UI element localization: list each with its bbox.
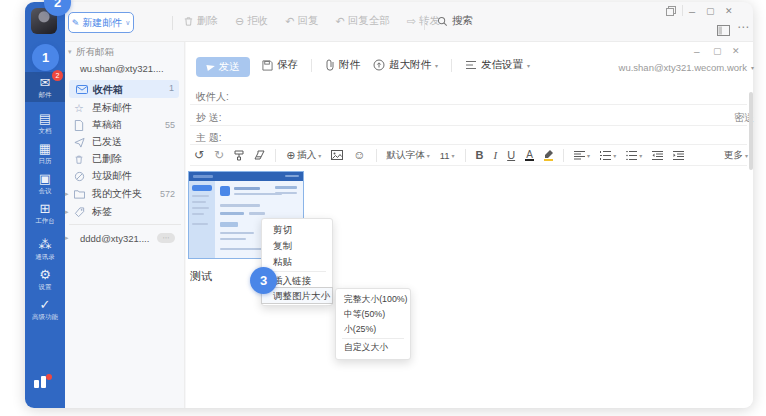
bullet-list-button[interactable]: ▾ — [626, 151, 642, 160]
italic-button[interactable]: I — [493, 149, 497, 161]
action-label: 删除 — [197, 14, 218, 28]
send-label: 发送 — [219, 60, 240, 74]
sidebar-item-my-folders[interactable]: ▸ 我的文件夹 572 — [69, 186, 179, 202]
new-mail-button[interactable]: ✎ 新建邮件 ∨ — [68, 12, 134, 33]
large-attachment-button[interactable]: 超大附件 ▾ — [373, 58, 438, 72]
rail-item-features[interactable]: ✓ 高级功能 — [25, 298, 65, 321]
sidebar-account[interactable]: wu.shan@xty321.... — [80, 63, 164, 74]
submenu-item-medium[interactable]: 中等(50%) — [336, 307, 410, 322]
menu-item-cut[interactable]: 剪切 — [262, 222, 332, 238]
all-mailboxes-title[interactable]: 所有邮箱 — [76, 46, 114, 59]
paperclip-icon — [325, 59, 335, 71]
highlight-color-button[interactable] — [544, 150, 553, 161]
compose-maximize-button[interactable]: ▢ — [713, 46, 722, 56]
rail-item-docs[interactable]: ▤ 文档 — [25, 112, 65, 135]
inbox-label: 收件箱 — [93, 83, 123, 97]
sidebar-item-spam[interactable]: 垃圾邮件 — [69, 168, 179, 184]
font-color-button[interactable]: A — [525, 150, 534, 161]
format-separator — [376, 149, 377, 162]
action-label: 拒收 — [247, 14, 268, 28]
rail-item-workbench[interactable]: ⊞ 工作台 — [25, 202, 65, 225]
sidebar-item-secondary-account[interactable]: ▸ dddd@xty321.... ⋯ — [69, 230, 179, 246]
to-input[interactable] — [240, 86, 680, 102]
search-label: 搜索 — [452, 14, 473, 28]
send-button[interactable]: 发送 — [196, 57, 250, 77]
sent-icon — [74, 137, 86, 148]
collapse-caret-icon[interactable]: ▾ — [68, 48, 72, 56]
bold-button[interactable]: B — [476, 149, 484, 161]
redo-button[interactable]: ↻ — [214, 148, 224, 162]
indent-button[interactable] — [673, 151, 684, 160]
compose-close-button[interactable]: ✕ — [732, 46, 740, 56]
save-button[interactable]: 保存 — [262, 58, 298, 72]
clear-format-button[interactable] — [254, 150, 265, 160]
sidebar-item-tags[interactable]: ▸ 标签 — [69, 204, 179, 220]
compose-minimize-button[interactable]: – — [694, 46, 700, 57]
font-family-select[interactable]: 默认字体 ▾ — [387, 149, 430, 162]
align-button[interactable]: ▾ — [574, 151, 590, 160]
compose-body-text[interactable]: 测试 — [190, 269, 212, 284]
sidebar-item-sent[interactable]: 已发送 — [69, 134, 179, 150]
insert-plus-icon: ⊕ — [286, 149, 295, 162]
rail-item-contacts[interactable]: ⁂ 通讯录 — [25, 238, 65, 261]
subject-label: 主 题: — [196, 131, 222, 145]
insert-menu-button[interactable]: ⊕ 插入 ▾ — [286, 149, 321, 162]
send-settings-button[interactable]: 发信设置 ▾ — [465, 58, 530, 72]
rail-item-meeting[interactable]: ▣ 会议 — [25, 172, 65, 195]
from-account: wu.shan@xty321.wecom.work — [619, 62, 747, 73]
workbench-icon: ⊞ — [25, 202, 65, 216]
float-window-icon[interactable] — [666, 6, 676, 16]
annotation-step-3: 3 — [250, 267, 277, 294]
highlight-color-bar — [544, 159, 553, 161]
sidebar-item-deleted[interactable]: 已删除 — [69, 151, 179, 167]
underline-button[interactable]: U — [507, 149, 515, 161]
submenu-item-custom-size[interactable]: 自定义大小 — [336, 340, 410, 355]
rail-item-label: 高级功能 — [25, 313, 65, 321]
sidebar-item-inbox[interactable]: 收件箱 1 — [69, 80, 179, 98]
emoji-button[interactable]: ☺ — [353, 148, 365, 162]
expand-icon[interactable]: ▸ — [65, 190, 69, 198]
from-account-selector[interactable]: wu.shan@xty321.wecom.work ▾ — [619, 62, 754, 73]
submenu-item-small[interactable]: 小(25%) — [336, 322, 410, 337]
chevron-down-icon: ▾ — [427, 152, 430, 159]
more-menu-button[interactable]: ⋯ — [737, 22, 749, 32]
undo-button[interactable]: ↺ — [194, 148, 204, 162]
format-painter-button[interactable] — [234, 150, 244, 161]
rail-item-label: 通讯录 — [25, 253, 65, 261]
cc-input[interactable] — [240, 107, 680, 123]
compose-toolbar-separator — [451, 59, 452, 72]
rail-item-settings[interactable]: ⚙ 设置 — [25, 268, 65, 291]
reject-button[interactable]: ⊖ 拒收 — [235, 14, 268, 28]
menu-item-copy[interactable]: 复制 — [262, 238, 332, 254]
chevron-down-icon: ▾ — [613, 152, 616, 159]
folder-icon — [74, 189, 86, 199]
expand-icon[interactable]: ▸ — [65, 234, 69, 242]
font-size-select[interactable]: 11 ▾ — [440, 150, 455, 161]
compose-scrollbar[interactable] — [749, 92, 753, 170]
layout-toggle-icon[interactable] — [717, 25, 730, 36]
outdent-button[interactable] — [652, 151, 663, 160]
insert-image-button[interactable] — [331, 150, 343, 160]
toolbar-separator — [172, 16, 173, 30]
search-button[interactable]: 搜索 — [437, 14, 473, 28]
close-button[interactable]: ✕ — [725, 6, 733, 16]
rail-item-calendar[interactable]: ▦ 日历 — [25, 142, 65, 165]
reply-button[interactable]: ↶ 回复 — [285, 14, 318, 28]
minimize-button[interactable]: – — [689, 6, 695, 16]
more-format-button[interactable]: 更多 ▾ — [724, 149, 748, 162]
reply-all-button[interactable]: ↶ 回复全部 — [335, 14, 389, 28]
promo-icon[interactable] — [34, 374, 52, 388]
ordered-list-button[interactable]: ▾ — [600, 151, 616, 160]
sidebar-item-starred[interactable]: ☆ 星标邮件 — [69, 100, 179, 116]
maximize-button[interactable]: ▢ — [706, 6, 715, 16]
spam-icon — [74, 171, 86, 182]
field-divider — [190, 125, 747, 126]
subject-input[interactable] — [240, 127, 720, 143]
submenu-item-full-size[interactable]: 完整大小(100%) — [336, 292, 410, 307]
delete-button[interactable]: 删除 — [183, 14, 218, 28]
sidebar-item-drafts[interactable]: 草稿箱 55 — [69, 117, 179, 133]
attachment-button[interactable]: 附件 — [325, 58, 360, 72]
menu-item-paste[interactable]: 粘贴 — [262, 254, 332, 270]
expand-icon[interactable]: ▸ — [65, 208, 69, 216]
rail-item-label: 文档 — [25, 127, 65, 135]
